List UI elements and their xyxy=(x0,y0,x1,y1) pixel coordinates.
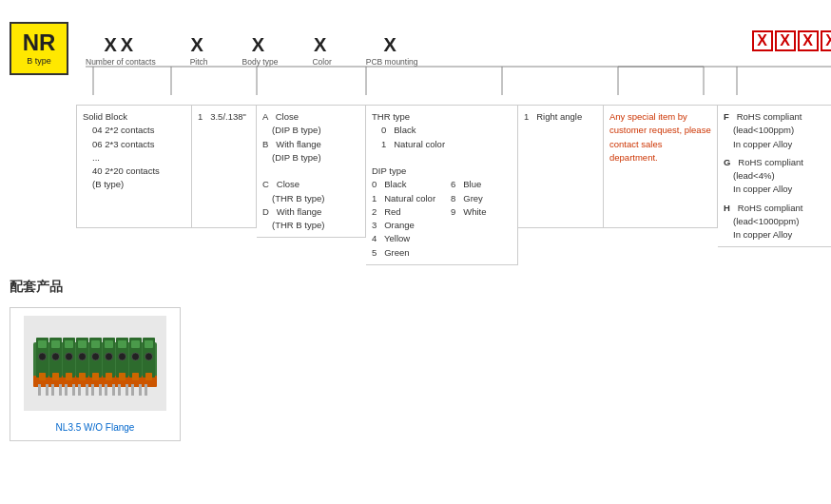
def-thr-b2: (THR B type) xyxy=(262,219,359,232)
svg-rect-27 xyxy=(79,373,86,380)
b-type-label: B type xyxy=(27,56,51,66)
svg-point-22 xyxy=(66,353,73,360)
def-rohs-g2: (lead<4%) xyxy=(724,169,831,183)
svg-rect-45 xyxy=(145,340,153,348)
def-rohs-f3: In copper Alloy xyxy=(724,138,831,151)
seg-xx-label: Number of contacts xyxy=(86,57,156,67)
def-right-angle: 1 Right angle xyxy=(524,110,597,124)
def-spacer1 xyxy=(262,165,359,178)
main-container: NR B type XX Number of contacts X Pitch xyxy=(10,10,821,456)
svg-rect-52 xyxy=(65,384,68,396)
seg-xx: XX xyxy=(105,34,138,56)
def-d-flange: D With flange xyxy=(262,205,359,219)
svg-point-14 xyxy=(39,353,47,360)
def-thr-0: 0 Black xyxy=(372,124,512,137)
svg-point-34 xyxy=(106,353,113,360)
def-rohs-f: F RoHS compliant xyxy=(724,110,831,124)
def-col-color: THR type 0 Black 1 Natural color DIP typ… xyxy=(366,105,518,265)
svg-point-26 xyxy=(79,353,87,360)
svg-rect-53 xyxy=(72,384,75,396)
svg-rect-25 xyxy=(78,340,87,348)
def-col-special: Any special item by customer request, pl… xyxy=(604,105,718,228)
products-list: NL3.5 W/O Flange xyxy=(10,307,821,441)
svg-rect-55 xyxy=(86,384,88,396)
svg-rect-48 xyxy=(38,384,41,396)
def-rohs-h3: In copper Alloy xyxy=(724,228,831,242)
svg-point-46 xyxy=(145,353,153,360)
svg-point-42 xyxy=(132,353,140,360)
def-col-pitch: 1 3.5/.138" xyxy=(192,105,257,228)
def-dip-9: 9 White xyxy=(451,205,487,219)
def-thr-b: (THR B type) xyxy=(262,192,359,205)
def-rohs-g3: In copper Alloy xyxy=(724,183,831,196)
seg-x-color-label: Color xyxy=(312,57,331,67)
def-spacer2 xyxy=(372,151,512,165)
product-card-nl35: NL3.5 W/O Flange xyxy=(10,307,181,441)
def-dip-b: (DIP B type) xyxy=(262,124,359,137)
seg-x-pitch-label: Pitch xyxy=(190,57,208,67)
svg-rect-17 xyxy=(51,340,60,348)
svg-rect-62 xyxy=(131,384,134,396)
svg-point-18 xyxy=(52,353,60,360)
svg-rect-33 xyxy=(105,340,113,348)
seg-x-pcb: X xyxy=(383,34,399,56)
svg-rect-13 xyxy=(38,340,47,348)
def-col-pcb: 1 Right angle xyxy=(518,105,604,228)
def-06: 06 2*3 contacts xyxy=(83,138,185,151)
def-solid-block: Solid Block xyxy=(83,110,185,124)
seg-x-body: X xyxy=(252,34,268,56)
def-thr-1: 1 Natural color xyxy=(372,138,512,151)
connector-lines-svg xyxy=(76,67,831,105)
svg-point-38 xyxy=(119,353,126,360)
part-code-container: NR B type XX Number of contacts X Pitch xyxy=(10,14,821,269)
svg-rect-47 xyxy=(145,373,152,380)
def-special-text: Any special item by customer request, pl… xyxy=(609,111,711,163)
seg-x-body-label: Body type xyxy=(242,57,279,67)
svg-rect-35 xyxy=(106,373,112,380)
seg-x-color: X xyxy=(314,34,330,56)
svg-rect-43 xyxy=(132,373,139,380)
def-04: 04 2*2 contacts xyxy=(83,124,185,137)
svg-rect-29 xyxy=(91,340,100,348)
svg-rect-23 xyxy=(66,373,72,380)
products-section: 配套产品 xyxy=(10,269,821,451)
def-rohs-h: H RoHS compliant xyxy=(724,202,831,215)
def-thr-type: THR type xyxy=(372,110,512,124)
def-pitch-val: 1 3.5/.138" xyxy=(198,110,250,124)
terminal-block-svg xyxy=(29,323,162,404)
def-col-body: A Close (DIP B type) B With flange (DIP … xyxy=(257,105,366,238)
svg-rect-50 xyxy=(51,384,54,396)
nr-text: NR xyxy=(23,31,56,54)
def-rohs-f2: (lead<100ppm) xyxy=(724,124,831,137)
def-dip-type: DIP type xyxy=(372,165,512,178)
def-dip-6: 6 Blue xyxy=(451,178,487,191)
def-a-close: A Close xyxy=(262,110,359,124)
def-dip-1: 1 Natural color xyxy=(372,192,435,205)
nr-badge: NR B type xyxy=(10,22,68,75)
def-rohs-h2: (lead<1000ppm) xyxy=(724,215,831,228)
svg-point-30 xyxy=(92,353,100,360)
svg-rect-61 xyxy=(126,384,128,396)
svg-rect-19 xyxy=(52,373,59,380)
def-rohs-g: G RoHS compliant xyxy=(724,156,831,169)
seg-x-pitch: X xyxy=(190,34,206,56)
svg-rect-59 xyxy=(112,384,115,396)
def-dip-2: 2 Red xyxy=(372,205,435,219)
svg-rect-41 xyxy=(131,340,140,348)
products-section-title: 配套产品 xyxy=(10,279,821,296)
def-b-flange: B With flange xyxy=(262,138,359,151)
boxed-x-3: X xyxy=(798,30,819,51)
product-image-nl35 xyxy=(24,316,166,411)
svg-rect-51 xyxy=(59,384,62,396)
svg-rect-60 xyxy=(118,384,121,396)
svg-rect-21 xyxy=(65,340,73,348)
product-label-nl35: NL3.5 W/O Flange xyxy=(56,422,135,433)
svg-rect-15 xyxy=(39,373,46,380)
svg-rect-57 xyxy=(99,384,102,396)
svg-rect-39 xyxy=(119,373,126,380)
def-dip-b2: (DIP B type) xyxy=(262,151,359,165)
svg-rect-49 xyxy=(46,384,48,396)
svg-rect-58 xyxy=(105,384,107,396)
svg-rect-63 xyxy=(139,384,142,396)
boxed-x-4: X xyxy=(821,30,831,51)
